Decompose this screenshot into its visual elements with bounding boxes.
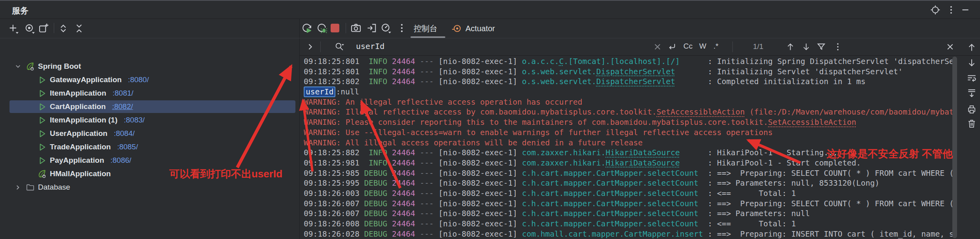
console-more-icon[interactable]	[396, 23, 407, 34]
class-hyperlink[interactable]: SetAccessibleAction	[768, 118, 856, 127]
console-line: 09:18:25:995 DEBUG 24464 --- [nio-8082-e…	[304, 178, 953, 188]
service-port-link[interactable]: :8084/	[114, 129, 135, 138]
console-line: WARNING: All illegal access operations w…	[304, 138, 953, 148]
rerun-debug-icon[interactable]	[316, 23, 327, 34]
log-segment	[387, 67, 392, 76]
log-segment: 09:18:25:801	[304, 57, 364, 66]
tab-actuator-label: Actuator	[465, 24, 495, 33]
titlebar-more-icon[interactable]	[946, 5, 956, 15]
expand-search-chevron-icon[interactable]	[305, 42, 315, 52]
next-match-icon[interactable]	[801, 42, 811, 52]
filter-icon[interactable]	[816, 42, 826, 52]
log-segment: 24464	[392, 67, 415, 76]
log-segment: [nio-8082-exec-1]	[438, 169, 522, 178]
previous-match-icon[interactable]	[785, 42, 795, 52]
log-segment: WARNING: All illegal access operations w…	[304, 138, 643, 147]
service-port-link[interactable]: :8085/	[117, 143, 138, 151]
scroll-up-icon[interactable]	[967, 42, 977, 53]
log-segment: ---	[415, 179, 439, 188]
chevron-right-icon[interactable]	[13, 183, 23, 192]
clear-search-icon[interactable]	[653, 42, 662, 52]
toolbar-separator	[346, 23, 346, 33]
tree-item-label: Database	[38, 183, 70, 192]
search-separator	[732, 41, 733, 52]
log-segment: c.h.cart.mapper.CartMapper.selectCount	[522, 179, 698, 188]
console-scrollbar[interactable]	[952, 56, 957, 238]
rerun-icon[interactable]	[301, 23, 312, 34]
hide-tool-window-icon[interactable]	[960, 5, 971, 15]
match-count: 1/1	[753, 42, 763, 51]
gauge-icon[interactable]	[380, 23, 392, 34]
attach-console-icon[interactable]	[366, 23, 377, 34]
tab-console[interactable]: 控制台	[414, 22, 437, 35]
service-port-link[interactable]: :8080/	[128, 75, 149, 84]
log-segment: ---	[415, 158, 439, 167]
log-segment: DEBUG	[364, 169, 388, 178]
log-segment: [nio-8082-exec-1]	[438, 199, 522, 208]
chevron-down-icon[interactable]	[13, 62, 23, 71]
log-segment: INFO	[364, 77, 388, 86]
log-segment: [nio-8082-exec-1]	[438, 189, 522, 198]
locate-target-icon[interactable]	[930, 5, 940, 15]
log-segment: : ==> Parameters: null	[698, 209, 810, 218]
search-separator	[320, 41, 321, 52]
tree-row-userapplication[interactable]: UserApplication:8084/	[0, 127, 299, 140]
log-segment: : Initializing Servlet 'dispatcherServle…	[675, 67, 902, 76]
spring-boot-icon	[26, 62, 35, 71]
tree-row-gatewayapplication[interactable]: GatewayApplication:8080/	[0, 73, 299, 87]
console-line: 09:18:26:007 DEBUG 24464 --- [nio-8082-e…	[304, 199, 953, 209]
search-more-icon[interactable]	[833, 42, 843, 52]
stop-icon[interactable]	[331, 24, 339, 32]
class-hyperlink[interactable]: DispatcherServlet	[596, 67, 675, 76]
search-input[interactable]: userId	[356, 41, 384, 51]
words-toggle[interactable]: W	[699, 42, 706, 51]
log-segment: ---	[415, 148, 439, 157]
scroll-to-end-icon[interactable]	[967, 88, 977, 98]
log-segment: 24464	[392, 169, 415, 178]
class-hyperlink[interactable]: SetAccessibleAction	[656, 107, 745, 117]
tree-row-database[interactable]: Database	[0, 181, 299, 194]
annotation-right-note: 这好像是不安全反射 不管他	[827, 147, 953, 161]
regex-toggle[interactable]: .*	[713, 42, 719, 51]
class-hyperlink[interactable]: DispatcherServlet	[596, 77, 675, 86]
soft-wrap-icon[interactable]	[967, 73, 977, 83]
tree-row-tradeapplication[interactable]: TradeApplication:8085/	[0, 140, 299, 154]
service-port-link[interactable]: :8082/	[112, 102, 133, 111]
class-hyperlink[interactable]: HikariDataSource	[605, 158, 680, 167]
tree-item-label: PayApplication	[50, 156, 104, 165]
newline-icon[interactable]	[667, 42, 677, 52]
service-port-link[interactable]: :8086/	[110, 156, 131, 165]
log-segment: : Completed initialization in 1 ms	[675, 77, 865, 86]
class-hyperlink[interactable]: HikariDataSource	[605, 148, 680, 157]
tree-row-cartapplication[interactable]: CartApplication:8082/	[0, 100, 299, 113]
log-segment: [nio-8082-exec-1]	[438, 148, 522, 157]
clear-all-icon[interactable]	[967, 119, 977, 129]
run-app-icon	[38, 156, 47, 165]
log-segment: WARNING: Illegal reflective access by co…	[304, 107, 656, 117]
folder-icon	[26, 183, 35, 192]
log-segment: [nio-8082-exec-1]	[438, 209, 522, 218]
search-match-highlight: userId	[304, 87, 335, 97]
log-segment	[387, 57, 392, 66]
log-segment: 09:18:26:007	[304, 209, 364, 218]
print-icon[interactable]	[967, 104, 977, 115]
close-search-icon[interactable]	[945, 42, 955, 52]
service-port-link[interactable]: :8083/	[124, 116, 145, 124]
log-segment: INFO	[364, 148, 388, 157]
tree-row-itemapplication[interactable]: ItemApplication:8081/	[0, 87, 299, 100]
thread-dump-camera-icon[interactable]	[350, 23, 361, 34]
run-app-icon	[38, 75, 47, 85]
log-segment: : ==> Preparing: SELECT COUNT( * ) FROM …	[698, 169, 953, 178]
log-segment: : HikariPool-1 - Starting...	[680, 148, 838, 157]
log-segment: com.zaxxer.hikari.	[522, 148, 605, 157]
tree-row-spring-boot[interactable]: Spring Boot	[0, 60, 299, 73]
tree-row-itemapplication-1-[interactable]: ItemApplication (1):8083/	[0, 113, 299, 127]
log-segment: ---	[415, 209, 439, 218]
scroll-down-icon[interactable]	[967, 58, 977, 68]
class-hyperlink[interactable]: C	[559, 57, 564, 66]
search-icon[interactable]	[335, 42, 344, 52]
tab-actuator[interactable]: Actuator	[452, 22, 495, 35]
match-case-toggle[interactable]: Cc	[683, 42, 692, 51]
service-port-link[interactable]: :8081/	[113, 89, 134, 98]
tree-row-payapplication[interactable]: PayApplication:8086/	[0, 154, 299, 167]
